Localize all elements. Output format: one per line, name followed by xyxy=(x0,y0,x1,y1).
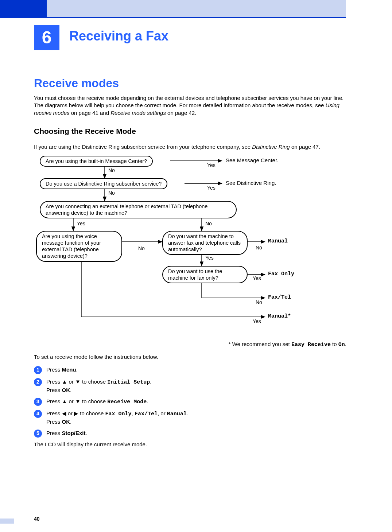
step-3: 3 Press ▲ or ▼ to choose Receive Mode. xyxy=(34,397,346,406)
no-label: No xyxy=(108,167,115,173)
distinctive-ring-note: If you are using the Distinctive Ring su… xyxy=(34,143,346,151)
subsection-rule xyxy=(34,138,346,138)
dist-italic: Distinctive Ring xyxy=(252,144,290,150)
section-heading: Receive modes xyxy=(34,77,346,90)
no-label: No xyxy=(205,221,212,226)
chapter-number-badge: 6 xyxy=(34,25,59,50)
t: , or xyxy=(158,410,167,416)
step-badge-5: 5 xyxy=(34,430,42,438)
step-text: Press ▲ or ▼ to choose Initial Setup. Pr… xyxy=(46,378,151,394)
yes-label: Yes xyxy=(205,255,214,261)
step-badge-2: 2 xyxy=(34,378,42,386)
flowchart-q3: Are you connecting an external telephone… xyxy=(40,201,237,218)
no-label: No xyxy=(108,190,115,196)
closing-line: The LCD will display the current receive… xyxy=(34,441,346,447)
intro-text-b: on page 41 and xyxy=(70,110,111,116)
step-text: Press ▲ or ▼ to choose Receive Mode. xyxy=(46,397,148,406)
dist-text-b: on page 47. xyxy=(290,144,320,150)
t: Press ◀ or ▶ to choose xyxy=(46,410,105,416)
no-label: No xyxy=(256,245,262,251)
step-2: 2 Press ▲ or ▼ to choose Initial Setup. … xyxy=(34,378,346,394)
flowchart-q4: Are you using the voice message function… xyxy=(36,231,122,262)
intro-paragraph: You must choose the receive mode dependi… xyxy=(34,94,346,117)
yes-label: Yes xyxy=(207,185,216,191)
page-edge-tab xyxy=(0,519,14,524)
t: . xyxy=(147,398,148,404)
fn-m1: Easy Receive xyxy=(291,342,331,348)
subsection-heading: Choosing the Receive Mode xyxy=(34,127,346,136)
page-number: 40 xyxy=(34,516,40,522)
intro-italic-2: Receive mode settings xyxy=(110,110,166,116)
t: Press xyxy=(46,387,62,393)
step-badge-3: 3 xyxy=(34,398,42,406)
t: Manual xyxy=(167,411,187,417)
flowchart-q2: Do you use a Distinctive Ring subscriber… xyxy=(40,178,167,189)
chapter-title: Receiving a Fax xyxy=(69,28,168,44)
flowchart-r1: See Message Center. xyxy=(226,157,278,163)
intro-text-a: You must choose the receive mode dependi… xyxy=(34,95,344,108)
yes-label: Yes xyxy=(207,162,216,168)
flowchart-r5: Fax/Tel xyxy=(268,294,291,300)
fn-a: * We recommend you set xyxy=(229,341,291,347)
flowchart-q1: Are you using the built-in Message Cente… xyxy=(40,156,153,167)
t: . xyxy=(70,419,71,425)
flowchart-r3: Manual xyxy=(268,238,288,244)
header-light-block xyxy=(47,0,346,17)
flowchart-q6: Do you want to use the machine for fax o… xyxy=(162,266,248,283)
yes-label: Yes xyxy=(253,318,261,324)
t: OK xyxy=(62,419,70,425)
t: Press xyxy=(46,430,62,436)
t: Fax Only xyxy=(105,411,132,417)
step-badge-1: 1 xyxy=(34,366,42,374)
t: Initial Setup xyxy=(107,379,150,385)
step-list: 1 Press Menu. 2 Press ▲ or ▼ to choose I… xyxy=(34,366,346,438)
step-1: 1 Press Menu. xyxy=(34,366,346,374)
t: Press ▲ or ▼ to choose xyxy=(46,398,107,404)
dist-text-a: If you are using the Distinctive Ring su… xyxy=(34,144,252,150)
yes-label: Yes xyxy=(253,275,261,281)
t: . xyxy=(86,430,87,436)
flowchart-r2: See Distinctive Ring. xyxy=(226,180,276,186)
t: Fax/Tel xyxy=(135,411,158,417)
step-text: Press Stop/Exit. xyxy=(46,429,87,438)
t: , xyxy=(132,410,135,416)
t: Press xyxy=(46,366,62,373)
no-label: No xyxy=(256,299,262,305)
instructions-line: To set a receive mode follow the instruc… xyxy=(34,354,346,360)
step-4: 4 Press ◀ or ▶ to choose Fax Only, Fax/T… xyxy=(34,409,346,426)
t: . xyxy=(70,387,71,393)
yes-label: Yes xyxy=(77,221,85,226)
step-text: Press ◀ or ▶ to choose Fax Only, Fax/Tel… xyxy=(46,409,188,426)
flowchart-diagram: Are you using the built-in Message Cente… xyxy=(34,156,346,338)
step-badge-4: 4 xyxy=(34,410,42,418)
flowchart-q5: Do you want the machine to answer fax an… xyxy=(162,231,248,255)
flowchart-footnote: * We recommend you set Easy Receive to O… xyxy=(150,341,346,348)
t: Press ▲ or ▼ to choose xyxy=(46,378,107,385)
t: . xyxy=(76,366,78,373)
t: . xyxy=(150,378,151,385)
intro-text-c: on page 42. xyxy=(166,110,196,116)
fn-c: . xyxy=(345,341,346,347)
no-label: No xyxy=(138,245,145,251)
step-text: Press Menu. xyxy=(46,366,78,374)
flowchart-r6: Manual* xyxy=(268,313,291,319)
t: . xyxy=(187,410,188,416)
t: Receive Mode xyxy=(107,399,147,405)
header-blue-block xyxy=(0,0,47,17)
flowchart-r4: Fax Only xyxy=(268,271,294,277)
header-rule xyxy=(0,17,346,18)
fn-m2: On xyxy=(338,342,345,348)
t: Stop/Exit xyxy=(62,430,86,436)
fn-b: to xyxy=(331,341,338,347)
t: Menu xyxy=(62,366,76,373)
content-area: Receive modes You must choose the receiv… xyxy=(34,77,346,447)
t: OK xyxy=(62,387,70,393)
t: Press xyxy=(46,419,62,425)
step-5: 5 Press Stop/Exit. xyxy=(34,429,346,438)
